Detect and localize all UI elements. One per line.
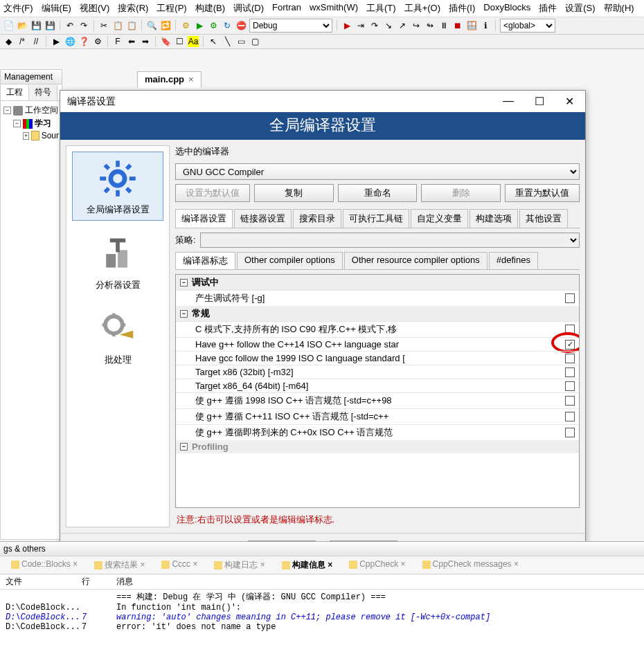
bookmark-icon[interactable]: 🔖	[160, 36, 171, 47]
menu-tools[interactable]: 工具(T)	[366, 2, 396, 15]
tab-linker-settings[interactable]: 链接器设置	[234, 209, 292, 228]
run-icon[interactable]: ▶	[194, 20, 205, 31]
flag-cpp0x[interactable]: 使 g++ 遵循即将到来的 C++0x ISO C++ 语言规范	[176, 424, 579, 440]
editor-tab-main[interactable]: main.cpp ×	[137, 71, 202, 88]
delete-button[interactable]: 删除	[421, 184, 501, 202]
next-line-icon[interactable]: ↷	[369, 20, 380, 31]
replace-icon[interactable]: 🔁	[160, 20, 171, 31]
maximize-button[interactable]: ☐	[530, 95, 548, 108]
stop-debug-icon[interactable]: ⏹	[452, 20, 463, 31]
collapse-icon[interactable]: −	[180, 279, 188, 287]
save-icon[interactable]: 💾	[30, 20, 42, 31]
subtab-other-compiler[interactable]: Other compiler options	[237, 252, 343, 269]
cut-icon[interactable]: ✂	[98, 20, 109, 31]
sidebar-item-global-compiler[interactable]: 全局编译器设置	[72, 152, 163, 221]
flag-cpp14[interactable]: Have g++ follow the C++14 ISO C++ langua…	[176, 337, 579, 351]
scope-select[interactable]: <global>	[500, 19, 555, 33]
checkbox[interactable]	[565, 367, 575, 377]
flag-m32[interactable]: Target x86 (32bit) [-m32]	[176, 365, 579, 379]
subtab-other-resource[interactable]: Other resource compiler options	[344, 252, 488, 269]
build-target-select[interactable]: Debug	[249, 19, 332, 33]
log-row[interactable]: D:\CodeBlock...In function 'int main()':	[6, 603, 638, 612]
menu-plugins[interactable]: 插件(I)	[449, 2, 475, 15]
tool-line-icon[interactable]: ╲	[222, 36, 233, 47]
flag-cpp98[interactable]: 使 g++ 遵循 1998 ISO C++ 语言规范 [-std=c++98	[176, 392, 579, 408]
menu-help[interactable]: 帮助(H)	[604, 2, 634, 15]
compiler-flags-list[interactable]: −调试中 产生调试符号 [-g] −常规 C 模式下,支持所有的 ISO C90…	[175, 274, 580, 508]
tab-other-settings[interactable]: 其他设置	[519, 209, 568, 228]
btab-build-log[interactable]: 构建日志 ×	[208, 558, 270, 572]
close-icon[interactable]: ×	[260, 560, 265, 570]
btab-cppcheck[interactable]: CppCheck ×	[343, 558, 411, 572]
flag-debug-symbols[interactable]: 产生调试符号 [-g]	[176, 290, 579, 306]
sidebar-item-profiler[interactable]: 分析器设置	[72, 228, 163, 296]
copy-icon[interactable]: 📋	[112, 20, 123, 31]
build-run-icon[interactable]: ⚙	[208, 20, 219, 31]
menu-search[interactable]: 搜索(R)	[118, 2, 148, 15]
tab-custom-vars[interactable]: 自定义变量	[411, 209, 468, 228]
paste-icon[interactable]: 📋	[126, 20, 137, 31]
menu-doxyblocks[interactable]: DoxyBlocks	[483, 2, 530, 15]
menu-build[interactable]: 构建(B)	[195, 2, 225, 15]
checkbox[interactable]	[565, 381, 575, 391]
debug-windows-icon[interactable]: 🪟	[466, 20, 477, 31]
copy-button[interactable]: 复制	[254, 184, 334, 202]
checkbox[interactable]	[565, 428, 575, 437]
flag-cpp11[interactable]: 使 g++ 遵循 C++11 ISO C++ 语言规范 [-std=c++	[176, 408, 579, 424]
tab-build-options[interactable]: 构建选项	[469, 209, 518, 228]
doxy-run-icon[interactable]: ▶	[51, 36, 62, 47]
checkbox[interactable]	[565, 293, 575, 303]
menu-tools-plus[interactable]: 工具+(O)	[404, 2, 440, 15]
workspace-node[interactable]: − 工作空间	[3, 104, 59, 117]
run-to-cursor-icon[interactable]: ⇥	[355, 20, 366, 31]
tab-search-dirs[interactable]: 搜索目录	[293, 209, 341, 228]
close-button[interactable]: ✕	[561, 95, 578, 108]
save-all-icon[interactable]: 💾	[44, 20, 55, 31]
highlight-icon[interactable]: Aa	[188, 36, 199, 47]
minimize-button[interactable]: —	[499, 95, 518, 108]
fortran-icon[interactable]: F	[112, 36, 123, 47]
btab-cccc[interactable]: Cccc ×	[156, 558, 203, 572]
find-icon[interactable]: 🔍	[146, 20, 157, 31]
build-icon[interactable]: ⚙	[180, 20, 191, 31]
log-body[interactable]: === 构建: Debug 在 学习 中 (编译器: GNU GCC Compi…	[0, 590, 644, 633]
checkbox[interactable]	[565, 354, 575, 363]
checkbox[interactable]	[565, 412, 575, 421]
log-row[interactable]: D:\CodeBlock...7error: 'it' does not nam…	[6, 622, 638, 632]
forward-icon[interactable]: ➡	[140, 36, 151, 47]
menu-fortran[interactable]: Fortran	[272, 2, 301, 15]
subtab-compiler-flags[interactable]: 编译器标志	[175, 252, 235, 269]
doxy-line-icon[interactable]: //	[30, 36, 42, 47]
select-icon[interactable]: ☐	[174, 36, 185, 47]
debug-run-icon[interactable]: ▶	[341, 20, 352, 31]
open-icon[interactable]: 📂	[17, 20, 28, 31]
break-debug-icon[interactable]: ⏸	[438, 20, 449, 31]
next-instr-icon[interactable]: ↪	[411, 20, 422, 31]
reset-button[interactable]: 重置为默认值	[505, 184, 580, 202]
flag-m64[interactable]: Target x86_64 (64bit) [-m64]	[176, 379, 579, 392]
menu-view[interactable]: 视图(V)	[80, 2, 109, 15]
compiler-select[interactable]: GNU GCC Compiler	[175, 163, 580, 180]
collapse-icon[interactable]: −	[3, 107, 11, 114]
step-out-icon[interactable]: ↗	[397, 20, 408, 31]
btab-cppcheck-msgs[interactable]: CppCheck messages ×	[417, 558, 524, 572]
new-icon[interactable]: 📄	[3, 20, 14, 31]
btab-build-msgs[interactable]: 构建信息 ×	[276, 558, 338, 572]
undo-icon[interactable]: ↶	[64, 20, 75, 31]
tool-rect-icon[interactable]: ▭	[235, 36, 247, 47]
collapse-icon[interactable]: −	[180, 310, 188, 318]
checkbox[interactable]	[565, 340, 575, 349]
doxy-config-icon[interactable]: ⚙	[92, 36, 103, 47]
close-icon[interactable]: ×	[140, 560, 145, 570]
menu-wxsmith[interactable]: wxSmith(W)	[310, 2, 358, 15]
expand-icon[interactable]: +	[23, 132, 29, 140]
doxy-html-icon[interactable]: 🌐	[64, 36, 75, 47]
tool-dashed-icon[interactable]: ▢	[249, 36, 260, 47]
collapse-icon[interactable]: −	[13, 120, 21, 127]
doxy-icon[interactable]: ◆	[3, 36, 14, 47]
close-icon[interactable]: ×	[514, 559, 519, 569]
doxy-chm-icon[interactable]: ❓	[78, 36, 89, 47]
subtab-defines[interactable]: #defines	[489, 252, 538, 269]
flag-c99[interactable]: Have gcc follow the 1999 ISO C language …	[176, 351, 579, 365]
menu-debug[interactable]: 调试(D)	[233, 2, 264, 15]
